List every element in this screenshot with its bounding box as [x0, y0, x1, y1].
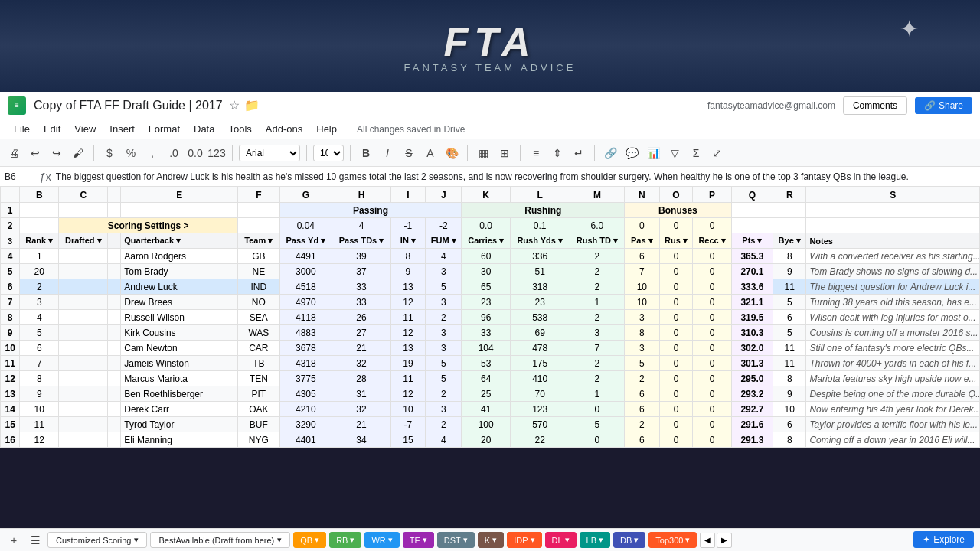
cell-pass-td-14[interactable]: 32: [332, 402, 391, 417]
strikethrough-button[interactable]: S: [400, 144, 418, 162]
cell-rank-15[interactable]: 11: [20, 417, 59, 432]
cell-rec-b-7[interactable]: 0: [693, 295, 731, 310]
cell-name-16[interactable]: Eli Manning: [121, 432, 238, 448]
cell-pass-td-15[interactable]: 21: [332, 417, 391, 432]
cell-drafted-16[interactable]: [59, 432, 108, 448]
cell-name-12[interactable]: Marcus Mariota: [121, 371, 238, 386]
cell-pass-b-11[interactable]: 5: [625, 356, 659, 371]
cell-notes-4[interactable]: With a converted receiver as his startin…: [806, 249, 980, 264]
col-h-header[interactable]: H: [332, 187, 391, 203]
menu-format[interactable]: Format: [142, 122, 186, 136]
cell-notes-13[interactable]: Despite being one of the more durable Q.…: [806, 386, 980, 402]
currency-button[interactable]: $: [100, 144, 119, 162]
percent-button[interactable]: %: [122, 144, 140, 162]
table-row[interactable]: 4 1 Aaron Rodgers GB 4491 39 8 4 60 336 …: [1, 249, 980, 264]
cell-rank-7[interactable]: 3: [20, 295, 59, 310]
cell-bye-12[interactable]: 8: [773, 371, 806, 386]
cell-rush-yds-9[interactable]: 69: [510, 325, 570, 341]
cell-drafted-4[interactable]: [59, 249, 108, 264]
cell-pass-b-4[interactable]: 6: [625, 249, 659, 264]
cell-drafted-13[interactable]: [59, 386, 108, 402]
undo-button[interactable]: ↩: [26, 144, 44, 162]
cell-int-16[interactable]: 15: [390, 432, 425, 448]
qb-tab[interactable]: QB ▾: [293, 532, 326, 548]
cell-drafted-10[interactable]: [59, 341, 108, 356]
cell-int-9[interactable]: 12: [390, 325, 425, 341]
scoring-settings-cell[interactable]: Scoring Settings >: [59, 218, 238, 233]
add-sheet-button[interactable]: +: [5, 531, 23, 549]
cell-int-5[interactable]: 9: [390, 264, 425, 279]
cell-pts-13[interactable]: 293.2: [731, 386, 773, 402]
cell-pts-14[interactable]: 292.7: [731, 402, 773, 417]
cell-rush-yds-5[interactable]: 51: [510, 264, 570, 279]
menu-file[interactable]: File: [8, 122, 36, 136]
best-available-tab[interactable]: BestAvailable (Draft from here) ▾: [150, 532, 290, 548]
cell-notes-7[interactable]: Turning 38 years old this season, has e.…: [806, 295, 980, 310]
customized-scoring-tab[interactable]: Customized Scoring ▾: [47, 532, 147, 548]
cell-rush-yds-6[interactable]: 318: [510, 279, 570, 295]
cell-team-14[interactable]: OAK: [238, 402, 279, 417]
cell-rec-b-8[interactable]: 0: [693, 310, 731, 325]
idp-tab[interactable]: IDP ▾: [507, 532, 541, 548]
cell-carries-14[interactable]: 41: [462, 402, 510, 417]
db-tab[interactable]: DB ▾: [613, 532, 645, 548]
table-row[interactable]: 16 12 Eli Manning NYG 4401 34 15 4 20 22…: [1, 432, 980, 448]
header-pts[interactable]: Pts ▾: [731, 233, 773, 249]
cell-name-9[interactable]: Kirk Cousins: [121, 325, 238, 341]
cell-team-10[interactable]: CAR: [238, 341, 279, 356]
col-k-header[interactable]: K: [462, 187, 510, 203]
cell-rec-b-4[interactable]: 0: [693, 249, 731, 264]
chart-button[interactable]: 📊: [644, 144, 662, 162]
font-selector[interactable]: Arial: [239, 145, 300, 161]
header-int[interactable]: IN ▾: [390, 233, 425, 249]
cell-pass-yd-5[interactable]: 3000: [279, 264, 332, 279]
cell-name-5[interactable]: Tom Brady: [121, 264, 238, 279]
cell-pts-12[interactable]: 295.0: [731, 371, 773, 386]
cell-rec-b-11[interactable]: 0: [693, 356, 731, 371]
print-button[interactable]: 🖨: [5, 144, 23, 162]
header-fum[interactable]: FUM ▾: [426, 233, 462, 249]
cell-pass-td-4[interactable]: 39: [332, 249, 391, 264]
menu-help[interactable]: Help: [310, 122, 343, 136]
cell-rec-b-10[interactable]: 0: [693, 341, 731, 356]
cell-int-8[interactable]: 11: [390, 310, 425, 325]
wr-tab[interactable]: WR ▾: [364, 532, 399, 548]
folder-icon[interactable]: 📁: [244, 98, 260, 112]
cell-bye-header-top[interactable]: [773, 203, 806, 218]
comment-button[interactable]: 💬: [622, 144, 641, 162]
cell-rank-16[interactable]: 12: [20, 432, 59, 448]
cell-fum-15[interactable]: 2: [426, 417, 462, 432]
dec-increase-button[interactable]: 0.0: [186, 144, 204, 162]
sheet-menu-button[interactable]: ☰: [26, 531, 44, 549]
cell-int-12[interactable]: 11: [390, 371, 425, 386]
col-s-header[interactable]: S: [806, 187, 980, 203]
dst-tab[interactable]: DST ▾: [437, 532, 475, 548]
cell-drafted-7[interactable]: [59, 295, 108, 310]
cell-pts-15[interactable]: 291.6: [731, 417, 773, 432]
header-rec-b[interactable]: Recc ▾: [693, 233, 731, 249]
cell-fum-13[interactable]: 2: [426, 386, 462, 402]
cell-pts-4[interactable]: 365.3: [731, 249, 773, 264]
cell-rush-yds-7[interactable]: 23: [510, 295, 570, 310]
menu-view[interactable]: View: [68, 122, 102, 136]
cell-fum-10[interactable]: 3: [426, 341, 462, 356]
cell-pass-yd-9[interactable]: 4883: [279, 325, 332, 341]
cell-pass-td-5[interactable]: 37: [332, 264, 391, 279]
expand-button[interactable]: ⤢: [708, 144, 727, 162]
cell-drafted-15[interactable]: [59, 417, 108, 432]
cell-c1[interactable]: [59, 203, 108, 218]
star-icon[interactable]: ☆: [229, 98, 240, 112]
cell-fum-12[interactable]: 5: [426, 371, 462, 386]
cell-drafted-6[interactable]: [59, 279, 108, 295]
cell-e1[interactable]: [121, 203, 238, 218]
cell-pts-10[interactable]: 302.0: [731, 341, 773, 356]
cell-pass-yd-15[interactable]: 3290: [279, 417, 332, 432]
nav-left-button[interactable]: ◀: [700, 533, 715, 548]
cell-pts-7[interactable]: 321.1: [731, 295, 773, 310]
cell-rus-b-10[interactable]: 0: [659, 341, 693, 356]
cell-bye-5[interactable]: 9: [773, 264, 806, 279]
cell-rus-b-11[interactable]: 0: [659, 356, 693, 371]
col-b-header[interactable]: B: [20, 187, 59, 203]
cell-rush-yds-4[interactable]: 336: [510, 249, 570, 264]
cell-fum-16[interactable]: 4: [426, 432, 462, 448]
